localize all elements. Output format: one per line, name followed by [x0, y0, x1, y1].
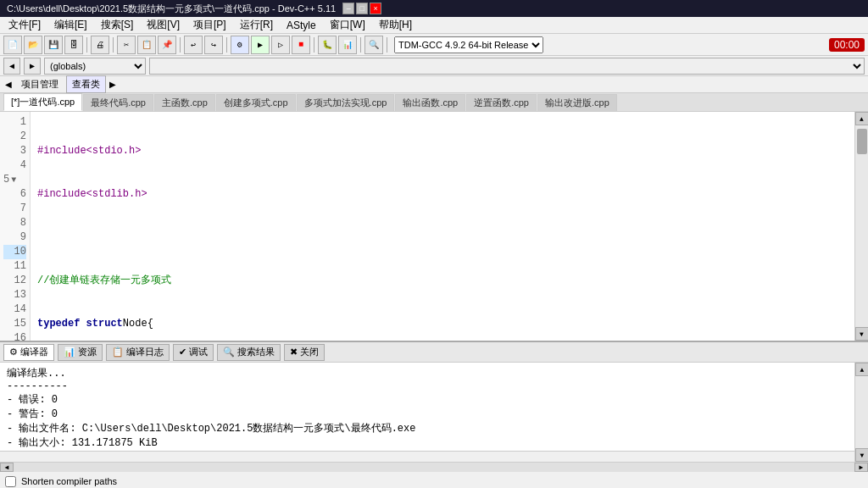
timer-display: 00:00	[829, 38, 865, 52]
save-btn[interactable]: 💾	[44, 36, 63, 54]
collapse-arrow-5[interactable]: ▼	[11, 173, 16, 187]
menu-view[interactable]: 视图[V]	[142, 17, 185, 33]
line-numbers: 1 2 3 4 5 ▼ 6 7 8 9 10 11 12 13 14 15 16…	[0, 112, 31, 341]
close-bottom-icon: ✖	[290, 347, 298, 358]
search-results-icon: 🔍	[223, 347, 235, 358]
sep4	[226, 37, 227, 53]
tab-output-v2[interactable]: 输出改进版.cpp	[537, 94, 617, 111]
sep7	[387, 37, 387, 53]
forward-btn[interactable]: ▶	[24, 58, 41, 75]
hscroll-track[interactable]	[14, 463, 854, 472]
copy-btn[interactable]: 📋	[137, 36, 156, 54]
scroll-down-btn[interactable]: ▼	[855, 327, 869, 341]
shorten-bar: Shorten compiler paths	[0, 472, 868, 488]
compile-line-1: 编译结果...	[7, 366, 848, 380]
scroll-track[interactable]	[855, 125, 869, 327]
hscroll-right[interactable]: ▶	[854, 463, 868, 472]
redo-btn[interactable]: ↪	[204, 36, 223, 54]
menu-window[interactable]: 窗口[W]	[325, 17, 370, 33]
tab-main-func[interactable]: 主函数.cpp	[154, 94, 215, 111]
sep6	[360, 37, 361, 53]
save-all-btn[interactable]: 🗄	[64, 36, 83, 54]
tab-main-code[interactable]: [*]一道代码.cpp	[3, 93, 82, 111]
tab-compile-log[interactable]: 📋 编译日志	[106, 344, 170, 361]
compile-line-size: - 输出大小: 131.171875 KiB	[7, 435, 848, 450]
log-icon: 📋	[112, 347, 124, 358]
sep2	[113, 37, 114, 53]
resources-tab-label: 资源	[78, 346, 97, 358]
proj-arrow-right[interactable]: ▶	[108, 80, 118, 89]
bottom-tabs: ⚙ 编译器 📊 资源 📋 编译日志 ✔ 调试 🔍 搜索结果 ✖ 关闭	[0, 342, 868, 363]
minimize-btn[interactable]: –	[342, 3, 354, 14]
sep5	[314, 37, 314, 53]
tab-reverse[interactable]: 逆置函数.cpp	[466, 94, 537, 111]
editor-area: 1 2 3 4 5 ▼ 6 7 8 9 10 11 12 13 14 15 16…	[0, 112, 868, 341]
sep1	[86, 37, 87, 53]
tab-output[interactable]: 输出函数.cpp	[395, 94, 465, 111]
tab-search-results[interactable]: 🔍 搜索结果	[217, 344, 281, 361]
log-tab-label: 编译日志	[126, 346, 164, 358]
compile-scroll-down[interactable]: ▼	[855, 448, 868, 462]
cut-btn[interactable]: ✂	[117, 36, 136, 54]
tab-debug[interactable]: ✔ 调试	[173, 344, 214, 361]
compile-run-btn[interactable]: ▷	[271, 36, 290, 54]
compile-btn[interactable]: ⚙	[231, 36, 249, 54]
open-btn[interactable]: 📂	[24, 36, 42, 54]
tab-compiler[interactable]: ⚙ 编译器	[3, 344, 54, 361]
find-btn[interactable]: 🔍	[364, 36, 383, 54]
undo-btn[interactable]: ↩	[184, 36, 203, 54]
code-editor[interactable]: #include<stdio.h> #include<stdlib.h> //创…	[31, 112, 854, 341]
proj-tab-classes[interactable]: 查看类	[66, 75, 106, 93]
shorten-checkbox[interactable]	[5, 476, 16, 487]
paste-btn[interactable]: 📌	[158, 36, 176, 54]
title-bar: C:\Users\dell\Desktop\2021.5数据结构一元多项式\一道…	[0, 0, 868, 17]
debug-btn[interactable]: 🐛	[318, 36, 337, 54]
title-controls: – □ ×	[342, 3, 381, 14]
compile-hscrollbar[interactable]: ◀ ▶	[0, 462, 868, 472]
print-btn[interactable]: 🖨	[91, 36, 109, 54]
menu-astyle[interactable]: AStyle	[281, 19, 321, 32]
menu-edit[interactable]: 编辑[E]	[49, 17, 92, 33]
shorten-label: Shorten compiler paths	[21, 476, 117, 486]
debug-check-icon: ✔	[179, 347, 186, 358]
globals-select[interactable]: (globals)	[44, 58, 146, 75]
new-btn[interactable]: 📄	[3, 36, 22, 54]
project-bar: ◀ 项目管理 查看类 ▶	[0, 76, 868, 93]
menu-help[interactable]: 帮助[H]	[374, 17, 417, 33]
menu-run[interactable]: 运行[R]	[235, 17, 278, 33]
compiler-tab-label: 编译器	[20, 346, 48, 358]
close-btn[interactable]: ×	[370, 3, 381, 14]
back-btn[interactable]: ◀	[3, 58, 20, 75]
stop-btn[interactable]: ■	[292, 36, 310, 54]
tab-poly-add[interactable]: 多项式加法实现.cpp	[297, 94, 395, 111]
run-btn[interactable]: ▶	[251, 36, 270, 54]
compiler-icon: ⚙	[9, 347, 18, 358]
maximize-btn[interactable]: □	[356, 3, 368, 14]
title-text: C:\Users\dell\Desktop\2021.5数据结构一元多项式\一道…	[7, 3, 336, 15]
compile-scrollbar[interactable]: ▲ ▼	[854, 363, 868, 462]
compile-scroll-up[interactable]: ▲	[855, 363, 868, 376]
bar-chart-btn[interactable]: 📊	[338, 36, 357, 54]
proj-tab-manage[interactable]: 项目管理	[15, 75, 64, 93]
scroll-up-btn[interactable]: ▲	[855, 112, 869, 125]
tab-close[interactable]: ✖ 关闭	[284, 344, 325, 361]
compile-line-2: ----------	[7, 380, 848, 392]
menu-search[interactable]: 搜索[S]	[96, 17, 139, 33]
function-select[interactable]	[149, 58, 865, 75]
bottom-panel: ⚙ 编译器 📊 资源 📋 编译日志 ✔ 调试 🔍 搜索结果 ✖ 关闭 编译结果.…	[0, 341, 868, 488]
proj-arrow-left[interactable]: ◀	[3, 80, 14, 89]
menu-file[interactable]: 文件[F]	[3, 17, 46, 33]
compile-scroll-track[interactable]	[855, 376, 868, 448]
menu-project[interactable]: 项目[P]	[188, 17, 231, 33]
tab-final-code[interactable]: 最终代码.cpp	[83, 94, 153, 111]
compile-line-errors: - 错误: 0	[7, 392, 848, 407]
compile-output: 编译结果... ---------- - 错误: 0 - 警告: 0 - 输出文…	[0, 363, 854, 452]
scroll-thumb[interactable]	[857, 129, 867, 154]
hscroll-left[interactable]: ◀	[0, 463, 14, 472]
editor-scrollbar[interactable]: ▲ ▼	[854, 112, 868, 341]
compile-line-time: - 编译时间: 0.20s	[7, 450, 848, 452]
tab-create-poly[interactable]: 创建多项式.cpp	[216, 94, 296, 111]
compiler-select[interactable]: TDM-GCC 4.9.2 64-bit Release	[394, 36, 543, 53]
resources-icon: 📊	[64, 347, 75, 358]
tab-resources[interactable]: 📊 资源	[58, 344, 103, 361]
